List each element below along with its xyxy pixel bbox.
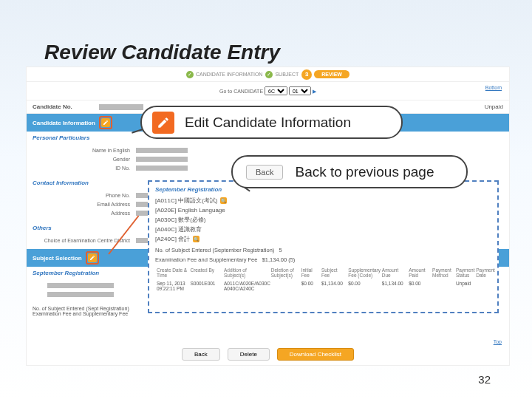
magnifier-icon[interactable]: 🔍: [193, 236, 200, 242]
td: [431, 279, 454, 293]
td: S0001E001: [189, 279, 223, 293]
goto-candidate-bar: Go to CANDIDATE 6C 01 ▶: [27, 82, 509, 100]
payment-status: Unpaid: [485, 103, 503, 110]
th: Addition of Subject(s): [222, 266, 270, 279]
td: $0.00: [347, 279, 381, 293]
step-candidate-info: ✓ CANDIDATE INFORMATION: [186, 71, 262, 78]
check-icon: ✓: [186, 71, 194, 78]
edit-icon[interactable]: [101, 118, 110, 127]
th: Amount Due: [381, 266, 407, 279]
step-label: SUBJECT: [275, 72, 299, 77]
td: $0.00: [300, 279, 320, 293]
top-anchor-link[interactable]: Top: [494, 339, 502, 344]
download-checklist-button[interactable]: Download Checklist: [277, 348, 354, 361]
field-label: Address: [33, 211, 136, 216]
td: $1,134.00: [381, 279, 407, 293]
redacted-value: [99, 104, 143, 110]
td: A011C/A020E/A030C A040C/A240C: [222, 279, 270, 293]
callout-text: Edit Candidate Information: [185, 115, 351, 131]
check-icon: ✓: [265, 71, 273, 78]
redacted-value: [47, 283, 114, 288]
magnifier-icon[interactable]: 🔍: [220, 197, 227, 204]
td: [270, 279, 300, 293]
popup-sum1-val: 5: [279, 247, 282, 253]
subject-code: [A020E] English Language: [155, 207, 225, 214]
td: Unpaid: [454, 279, 474, 293]
td: [474, 279, 491, 293]
pencil-icon: [152, 112, 174, 134]
redacted-value: [136, 166, 188, 171]
slide-number: 32: [478, 373, 491, 386]
field-label: ID No.: [33, 166, 136, 171]
redacted-value: [136, 148, 188, 153]
subject-code: [A040C] 通識教育: [155, 225, 202, 233]
th: Payment Status: [454, 266, 474, 279]
subject-row: [A240C] 會計🔍: [155, 234, 491, 244]
popup-sum2-val: $1,134.00 (5): [262, 256, 296, 263]
redacted-value: [47, 292, 114, 297]
th: Initial Fee: [300, 266, 320, 279]
field-label: Name in English: [33, 148, 136, 153]
table-row: Sep 11, 2013 09:22:11 PM S0001E001 A011C…: [155, 279, 491, 293]
th: Created By: [189, 266, 223, 279]
subject-row: [A011C] 中國語文(考試)🔍: [155, 196, 491, 205]
th: Payment Date: [474, 266, 491, 279]
popup-sum1-label: No. of Subject Entered (September Regist…: [155, 247, 274, 253]
subject-code: [A240C] 會計: [155, 235, 190, 243]
subject-code: [A011C] 中國語文(考試): [155, 197, 217, 205]
subject-row: [A040C] 通識教育: [155, 225, 491, 234]
field-label: Gender: [33, 157, 136, 162]
th: Deletion of Subject(s): [270, 266, 300, 279]
td: Sep 11, 2013 09:22:11 PM: [155, 279, 189, 293]
delete-button[interactable]: Delete: [228, 348, 270, 361]
highlight-box: [86, 251, 99, 265]
highlight-box: [99, 116, 112, 129]
th: Amount Paid: [407, 266, 431, 279]
td: $1,134.00: [320, 279, 347, 293]
goto-num-select[interactable]: 01: [289, 86, 311, 95]
subject-code: [A030C] 數學(必修): [155, 216, 205, 224]
th: Create Date & Time: [155, 266, 189, 279]
bottom-anchor-link[interactable]: Bottom: [485, 85, 502, 90]
subject-row: [A020E] English Language: [155, 205, 491, 215]
section-title: Candidate Information: [33, 120, 95, 126]
edit-icon[interactable]: [88, 253, 97, 262]
field-label: Email Address: [33, 202, 136, 207]
back-button-sample: Back: [246, 165, 283, 180]
callout-edit-info: Edit Candidate Information: [140, 106, 403, 139]
subject-popup: September Registration [A011C] 中國語文(考試)🔍…: [148, 180, 499, 313]
step-subject: ✓ SUBJECT: [265, 71, 299, 78]
td: $0.00: [407, 279, 431, 293]
section-title: Subject Selection: [33, 255, 82, 262]
th: Subject Fee: [320, 266, 347, 279]
step-review: 3 REVIEW: [301, 69, 349, 80]
callout-back: Back Back to previous page: [231, 155, 468, 188]
redacted-value: [136, 157, 188, 162]
goto-class-select[interactable]: 6C: [265, 86, 287, 95]
slide-title: Review Candidate Entry: [44, 41, 280, 64]
back-button[interactable]: Back: [182, 348, 220, 361]
go-arrow-icon[interactable]: ▶: [313, 89, 316, 94]
th: Supplementary Fee (Code): [347, 266, 381, 279]
candidate-no-label: Candidate No.: [33, 103, 99, 110]
step-label-active: REVIEW: [314, 70, 349, 78]
fee-table: Create Date & Time Created By Addition o…: [155, 266, 491, 293]
subject-row: [A030C] 數學(必修): [155, 215, 491, 225]
progress-steps: ✓ CANDIDATE INFORMATION ✓ SUBJECT 3 REVI…: [27, 67, 509, 82]
goto-label: Go to CANDIDATE: [219, 89, 263, 94]
button-bar: Back Delete Download Checklist: [27, 348, 509, 361]
step-label: CANDIDATE INFORMATION: [196, 72, 262, 77]
callout-text: Back to previous page: [295, 164, 434, 180]
th: Payment Method: [431, 266, 454, 279]
step-number: 3: [301, 69, 312, 80]
popup-sum2-label: Examination Fee and Supplementary Fee: [155, 256, 257, 263]
field-label: Phone No.: [33, 193, 136, 198]
